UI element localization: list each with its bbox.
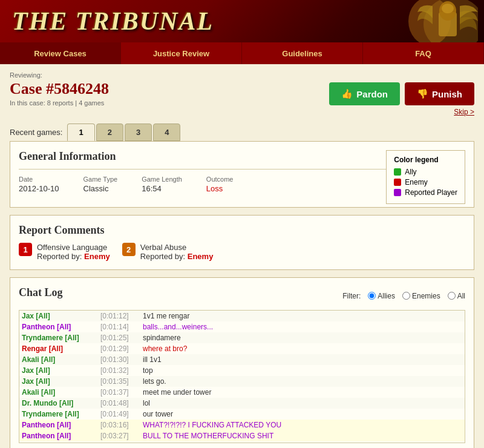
chat-msg: WHAT?!?!?!? I FUCKING ATTACKED YOU: [140, 420, 465, 430]
date-value: 2012-10-10: [19, 184, 59, 193]
chat-time: [0:01:35]: [98, 376, 140, 387]
nav-justice-review[interactable]: Justice Review: [121, 42, 242, 64]
game-length-col: Game Length 16:54: [142, 176, 182, 194]
chat-log-panel: Chat Log Filter: Allies Enemies All: [10, 277, 474, 448]
report-items: 1 Offensive Language Reported by: Enemy …: [19, 243, 465, 261]
chat-msg: lol: [140, 398, 465, 409]
game-length-value: 16:54: [142, 184, 162, 193]
chat-row: Jax [All] [0:01:32] top: [19, 365, 465, 376]
filter-enemies-text: Enemies: [412, 292, 440, 300]
game-tab-2[interactable]: 2: [96, 124, 123, 141]
report-comments-title: Report Comments: [19, 224, 465, 237]
report-by-1: Reported by: Enemy: [37, 252, 110, 261]
filter-allies-label[interactable]: Allies: [368, 292, 395, 300]
chat-msg: BULL TO THE MOTHERFUCKING SHIT: [140, 430, 465, 441]
chat-msg: request denied: [140, 441, 465, 443]
skip-link[interactable]: Skip >: [329, 108, 474, 116]
game-length-label: Game Length: [142, 176, 182, 183]
chat-row: Tryndamere [All] [0:01:49] our tower: [19, 409, 465, 420]
nav-review-cases[interactable]: Review Cases: [0, 42, 121, 64]
report-num-1: 1: [19, 243, 32, 256]
filter-enemies-radio[interactable]: [402, 292, 410, 300]
chat-log-header: Chat Log Filter: Allies Enemies All: [19, 286, 465, 305]
site-title: THE TRIBUNAL: [12, 7, 214, 36]
report-by-2: Reported by: Enemy: [140, 252, 214, 261]
report-item-1: 1 Offensive Language Reported by: Enemy: [19, 243, 110, 261]
date-col: Date 2012-10-10: [19, 176, 59, 194]
ally-dot: [394, 168, 401, 176]
game-tab-4[interactable]: 4: [153, 124, 180, 141]
game-type-label: Game Type: [83, 176, 118, 183]
report-text-2: Verbal Abuse Reported by: Enemy: [140, 243, 214, 261]
chat-name: Jax [All]: [19, 365, 98, 376]
knight-illustration: [381, 0, 478, 42]
chat-msg: 1v1 me rengar: [140, 311, 465, 321]
report-by-label-1: Enemy: [84, 252, 110, 261]
chat-row: Jax [All] [0:01:35] lets go.: [19, 376, 465, 387]
recent-games-label: Recent games:: [10, 128, 62, 137]
chat-row: Dr. Mundo [All] [0:01:48] lol: [19, 398, 465, 409]
chat-time: [0:01:48]: [98, 398, 140, 409]
outcome-label: Outcome: [206, 176, 234, 183]
chat-name: Akali [All]: [19, 354, 98, 365]
chat-time: [0:03:29]: [98, 441, 140, 443]
chat-name: Akali [All]: [19, 441, 98, 443]
chat-msg: meet me under tower: [140, 387, 465, 398]
filter-enemies-label[interactable]: Enemies: [402, 292, 440, 300]
nav-faq[interactable]: FAQ: [363, 42, 484, 64]
legend-reported: Reported Player: [394, 188, 457, 197]
svg-point-4: [442, 4, 454, 13]
chat-row: Akali [All] [0:01:30] ill 1v1: [19, 354, 465, 365]
chat-msg: where at bro?: [140, 343, 465, 354]
chat-time: [0:01:32]: [98, 365, 140, 376]
chat-name: Tryndamere [All]: [19, 332, 98, 343]
chat-msg: lets go.: [140, 376, 465, 387]
header: THE TRIBUNAL: [0, 0, 484, 42]
nav-guidelines[interactable]: Guidelines: [242, 42, 363, 64]
chat-name: Pantheon [All]: [19, 430, 98, 441]
filter-all-radio[interactable]: [448, 292, 456, 300]
reviewing-label: Reviewing:: [10, 71, 474, 79]
report-by-label-2: Enemy: [188, 252, 214, 261]
chat-time: [0:01:14]: [98, 321, 140, 332]
report-type-2: Verbal Abuse: [140, 243, 214, 252]
chat-time: [0:01:12]: [98, 311, 140, 321]
chat-scroll[interactable]: Jax [All] [0:01:12] 1v1 me rengar Panthe…: [19, 310, 465, 443]
chat-row: Pantheon [All] [0:03:27] BULL TO THE MOT…: [19, 430, 465, 441]
chat-name: Akali [All]: [19, 387, 98, 398]
filter-label: Filter:: [342, 292, 361, 300]
chat-table: Jax [All] [0:01:12] 1v1 me rengar Panthe…: [19, 311, 465, 443]
chat-time: [0:03:16]: [98, 420, 140, 430]
case-header: Reviewing: Case #5846248 In this case: 8…: [10, 71, 474, 116]
main-nav: Review Cases Justice Review Guidelines F…: [0, 42, 484, 64]
chat-log-title: Chat Log: [19, 286, 63, 299]
reported-label: Reported Player: [405, 188, 457, 197]
game-tab-3[interactable]: 3: [125, 124, 152, 141]
legend-ally: Ally: [394, 168, 457, 176]
chat-name: Jax [All]: [19, 311, 98, 321]
chat-time: [0:01:25]: [98, 332, 140, 343]
main-content: Reviewing: Case #5846248 In this case: 8…: [0, 64, 484, 448]
filter-all-label[interactable]: All: [448, 292, 465, 300]
punish-button[interactable]: 👎 Punish: [405, 82, 474, 105]
recent-games-tabs: Recent games: 1 2 3 4: [10, 124, 474, 141]
thumbs-down-icon: 👎: [417, 88, 428, 99]
chat-time: [0:01:30]: [98, 354, 140, 365]
chat-msg: spindamere: [140, 332, 465, 343]
chat-row: Jax [All] [0:01:12] 1v1 me rengar: [19, 311, 465, 321]
game-tab-1[interactable]: 1: [67, 124, 94, 141]
chat-time: [0:01:49]: [98, 409, 140, 420]
filter-allies-radio[interactable]: [368, 292, 376, 300]
report-comments-panel: Report Comments 1 Offensive Language Rep…: [10, 215, 474, 270]
chat-name: Jax [All]: [19, 376, 98, 387]
chat-row: Akali [All] [0:01:37] meet me under towe…: [19, 387, 465, 398]
pardon-button[interactable]: 👍 Pardon: [329, 82, 400, 105]
chat-name: Pantheon [All]: [19, 321, 98, 332]
report-num-2: 2: [122, 243, 136, 256]
game-type-col: Game Type Classic: [83, 176, 118, 194]
reported-dot: [394, 189, 401, 196]
case-title: Case #5846248: [10, 80, 109, 98]
chat-row: Tryndamere [All] [0:01:25] spindamere: [19, 332, 465, 343]
case-subtitle: In this case: 8 reports | 4 games: [10, 99, 109, 107]
outcome-value: Loss: [206, 184, 223, 193]
